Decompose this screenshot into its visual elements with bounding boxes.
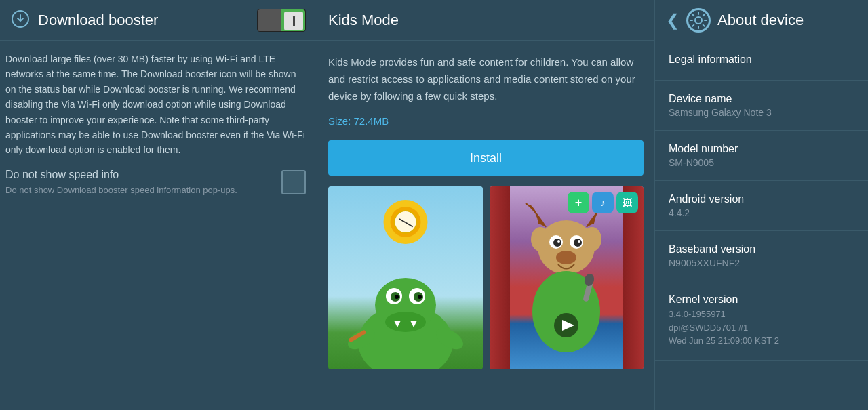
moose-icon-photo: 🖼: [616, 192, 638, 213]
kids-mode-header: Kids Mode: [317, 0, 654, 41]
crocodile-svg: [341, 234, 470, 369]
croc-sun-inner: [390, 207, 420, 237]
curtain-right: [623, 186, 644, 369]
svg-point-22: [557, 240, 560, 243]
legal-info-title: Legal information: [669, 54, 854, 66]
clock-face: [393, 210, 417, 234]
kernel-version-value: 3.4.0-1955971dpi@SWDD5701 #1Wed Jun 25 2…: [669, 308, 854, 348]
curtain-left: [490, 186, 510, 369]
about-device-title: About device: [717, 12, 857, 29]
android-version-value: 4.4.2: [669, 207, 854, 218]
kids-mode-description: Kids Mode provides fun and safe content …: [328, 54, 644, 104]
settings-item-android[interactable]: Android version 4.4.2: [655, 181, 868, 231]
model-number-title: Model number: [669, 143, 854, 155]
settings-item-baseband[interactable]: Baseband version N9005XXUFNF2: [655, 231, 868, 281]
install-button[interactable]: Install: [328, 140, 644, 176]
svg-point-30: [695, 17, 702, 24]
svg-point-20: [553, 239, 561, 247]
android-version-title: Android version: [669, 193, 854, 205]
speed-info-checkbox-row: Do not show speed info Do not show Downl…: [5, 169, 306, 197]
gear-svg: [688, 10, 709, 30]
gear-icon: [686, 8, 711, 33]
download-booster-description: Download large files (over 30 MB) faster…: [5, 52, 306, 158]
kids-mode-body: Kids Mode provides fun and safe content …: [317, 41, 654, 380]
svg-point-24: [556, 251, 576, 264]
kids-mode-size: Size: 72.4MB: [328, 115, 644, 127]
moose-icon-music: ♪: [592, 192, 614, 213]
download-booster-icon: [11, 9, 30, 31]
back-button[interactable]: ❮: [666, 11, 679, 30]
moose-top-icons: + ♪ 🖼: [568, 192, 638, 213]
kernel-version-title: Kernel version: [669, 293, 854, 306]
speed-info-content: Do not show speed info Do not show Downl…: [5, 169, 273, 197]
baseband-version-value: N9005XXUFNF2: [669, 258, 854, 268]
screenshot-crocodile: [328, 186, 483, 369]
svg-point-21: [574, 239, 582, 247]
kids-mode-title: Kids Mode: [328, 12, 644, 29]
kids-mode-panel: Kids Mode Kids Mode provides fun and saf…: [317, 0, 655, 410]
about-device-body: Legal information Device name Samsung Ga…: [655, 41, 868, 361]
model-number-value: SM-N9005: [669, 157, 854, 168]
speed-info-subtitle: Do not show Download booster speed infor…: [5, 184, 273, 197]
svg-point-17: [583, 227, 601, 251]
download-booster-header: Download booster: [0, 0, 317, 41]
about-device-panel: ❮ About device Legal information Device …: [655, 0, 868, 410]
svg-point-8: [418, 295, 422, 299]
download-booster-toggle[interactable]: [257, 9, 306, 32]
speed-info-title: Do not show speed info: [5, 169, 273, 181]
moose-svg: [498, 200, 634, 369]
moose-icon-plus: +: [568, 192, 589, 213]
svg-point-16: [531, 227, 550, 251]
device-name-title: Device name: [669, 93, 854, 105]
speed-info-checkbox[interactable]: [281, 170, 306, 194]
about-device-header: ❮ About device: [655, 0, 868, 41]
settings-item-model[interactable]: Model number SM-N9005: [655, 131, 868, 181]
screenshot-moose: + ♪ 🖼: [490, 186, 644, 369]
baseband-version-title: Baseband version: [669, 243, 854, 255]
svg-point-9: [385, 312, 426, 332]
download-booster-body: Download large files (over 30 MB) faster…: [0, 41, 317, 207]
settings-item-legal[interactable]: Legal information: [655, 41, 868, 81]
svg-point-7: [395, 295, 399, 299]
settings-item-kernel[interactable]: Kernel version 3.4.0-1955971dpi@SWDD5701…: [655, 281, 868, 361]
download-booster-title: Download booster: [38, 12, 257, 29]
settings-item-device-name[interactable]: Device name Samsung Galaxy Note 3: [655, 81, 868, 131]
download-booster-panel: Download booster Download large files (o…: [0, 0, 317, 410]
kids-screenshots: + ♪ 🖼: [328, 186, 644, 369]
clock-hand-minute: [405, 222, 413, 227]
svg-point-23: [578, 240, 580, 243]
device-name-value: Samsung Galaxy Note 3: [669, 107, 831, 118]
